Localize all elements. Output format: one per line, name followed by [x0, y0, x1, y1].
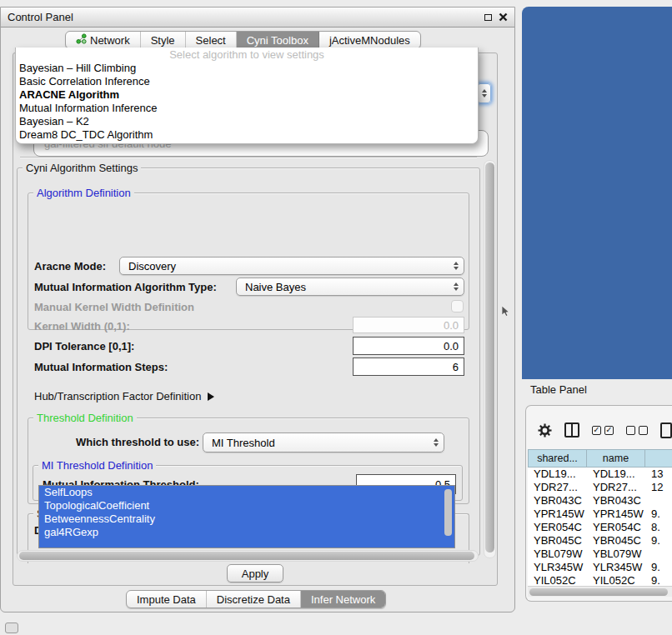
- checkbox-checked-pair-icon[interactable]: ✓✓: [592, 426, 614, 435]
- algorithm-option-dream8-dc-tdc-algorithm[interactable]: Dream8 DC_TDC Algorithm: [16, 128, 478, 142]
- cell: [645, 548, 672, 561]
- screen: Control Panel NetworkStyleSelectCyni Too…: [0, 0, 672, 635]
- table-scrollbar-thumb[interactable]: [529, 588, 668, 596]
- mi-steps-field[interactable]: 6: [353, 358, 464, 376]
- document-icon[interactable]: [660, 422, 672, 438]
- settings-vertical-scrollbar[interactable]: [484, 160, 496, 558]
- tab-select[interactable]: Select: [186, 32, 237, 48]
- spinner-down-icon: [482, 94, 487, 98]
- tab-label: Style: [151, 34, 175, 47]
- algorithm-option-bayesian-hill-climbing[interactable]: Bayesian – Hill Climbing: [16, 62, 478, 75]
- algorithm-option-basic-correlation-inference[interactable]: Basic Correlation Inference: [16, 75, 478, 88]
- which-threshold-combo[interactable]: MI Threshold: [203, 432, 444, 452]
- focused-combo-spinner[interactable]: [477, 83, 491, 103]
- table-row[interactable]: YDR27...YDR27...12: [528, 481, 672, 494]
- table-scroll-area: shared...name YDL19...YDL19...13YDR27...…: [528, 449, 672, 586]
- panel-title: Control Panel: [8, 11, 73, 23]
- list-scrollbar-thumb[interactable]: [444, 489, 452, 536]
- minimized-panel-icon[interactable]: [5, 622, 18, 633]
- table-row[interactable]: YLR345WYLR345W9.: [528, 561, 672, 574]
- control-panel-titlebar: Control Panel: [1, 8, 514, 28]
- mi-steps-label: Mutual Information Steps:: [34, 361, 168, 373]
- tab-style[interactable]: Style: [141, 32, 186, 48]
- threshold-definition-title: Threshold Definition: [33, 412, 137, 424]
- table-body: YDL19...YDL19...13YDR27...YDR27...12YBR0…: [528, 468, 672, 586]
- mouse-cursor: [502, 306, 510, 317]
- column-header-shared[interactable]: shared...: [528, 449, 587, 468]
- cell: YDR27...: [587, 481, 645, 494]
- float-window-icon[interactable]: [484, 14, 492, 21]
- tab-jactivemnodules[interactable]: jActiveMNodules: [319, 32, 420, 48]
- bottom-tab-infer-network[interactable]: Infer Network: [301, 591, 385, 608]
- attribute-item-gal4rgexp[interactable]: gal4RGexp: [39, 526, 454, 539]
- settings-group-title: Cyni Algorithm Settings: [23, 162, 141, 174]
- cell: YBR043C: [587, 494, 645, 508]
- table-row[interactable]: YPR145WYPR145W9.: [528, 508, 672, 521]
- column-header-name[interactable]: name: [587, 449, 645, 468]
- which-threshold-value: MI Threshold: [212, 437, 275, 449]
- collapsed-arrow-icon: [208, 392, 214, 401]
- bottom-tab-impute-data[interactable]: Impute Data: [127, 591, 207, 608]
- columns-icon[interactable]: [564, 422, 579, 438]
- bottom-tab-bar: Impute DataDiscretize DataInfer Network: [126, 590, 386, 608]
- algorithm-options: Bayesian – Hill ClimbingBasic Correlatio…: [16, 62, 478, 142]
- aracne-mode-combo[interactable]: Discovery: [119, 257, 464, 275]
- cell: 12: [645, 481, 672, 494]
- algorithm-option-mutual-information-inference[interactable]: Mutual Information Inference: [16, 102, 478, 115]
- cell: YLR345W: [587, 561, 645, 574]
- gear-icon[interactable]: [538, 423, 552, 438]
- cell: YBR043C: [528, 494, 587, 508]
- tab-label: jActiveMNodules: [329, 34, 410, 47]
- attribute-items: SelfLoopsTopologicalCoefficientBetweenne…: [39, 486, 454, 539]
- table-panel: ✓✓ shared...name YDL19...YDL19...13YDR27…: [525, 405, 672, 602]
- column-header-2[interactable]: [645, 449, 672, 468]
- settings-horizontal-scrollbar[interactable]: [17, 550, 479, 562]
- attribute-item-topologicalcoefficient[interactable]: TopologicalCoefficient: [39, 499, 454, 512]
- cell: 9.: [645, 508, 672, 521]
- bottom-tab-discretize-data[interactable]: Discretize Data: [207, 591, 301, 608]
- mi-type-value: Naive Bayes: [245, 281, 306, 293]
- mi-threshold-definition-title: MI Threshold Definition: [38, 459, 156, 472]
- cell: YBL079W: [587, 548, 645, 561]
- cell: YDR27...: [528, 481, 587, 494]
- algorithm-option-bayesian-k2[interactable]: Bayesian – K2: [16, 115, 478, 128]
- checkbox-unchecked-pair-icon[interactable]: [626, 426, 648, 435]
- vertical-scrollbar-thumb[interactable]: [485, 162, 494, 552]
- kernel-width-field[interactable]: 0.0: [353, 317, 464, 333]
- section-divider: [20, 157, 477, 158]
- hub-definition-label: Hub/Transcription Factor Definition: [34, 390, 201, 402]
- table-row[interactable]: YDL19...YDL19...13: [528, 468, 672, 481]
- apply-button[interactable]: Apply: [227, 564, 283, 582]
- tab-network[interactable]: Network: [66, 32, 141, 48]
- table-row[interactable]: YBL079WYBL079W: [528, 548, 672, 561]
- table-row[interactable]: YIL052CYIL052C9.: [528, 574, 672, 586]
- table-horizontal-scrollbar[interactable]: [528, 586, 672, 597]
- mi-type-label: Mutual Information Algorithm Type:: [34, 281, 217, 293]
- tab-cyni-toolbox[interactable]: Cyni Toolbox: [237, 32, 319, 48]
- mi-type-combo[interactable]: Naive Bayes: [236, 278, 464, 296]
- algorithm-option-aracne-algorithm[interactable]: ARACNE Algorithm: [16, 88, 478, 102]
- table-row[interactable]: YBR043CYBR043C: [528, 494, 672, 508]
- table-panel-title: Table Panel: [530, 383, 587, 396]
- attribute-item-betweennesscentrality[interactable]: BetweennessCentrality: [39, 512, 454, 526]
- combo-arrows-icon: [454, 282, 459, 291]
- table-toolbar: ✓✓: [538, 419, 672, 441]
- horizontal-scrollbar-thumb[interactable]: [19, 552, 474, 560]
- cell: YPR145W: [587, 508, 645, 521]
- dpi-tolerance-label: DPI Tolerance [0,1]:: [34, 340, 134, 352]
- close-icon[interactable]: [499, 12, 508, 22]
- dpi-tolerance-field[interactable]: 0.0: [353, 337, 464, 355]
- dropdown-placeholder: Select algorithm to view settings: [16, 48, 478, 62]
- manual-kernel-checkbox[interactable]: [451, 300, 464, 312]
- table-row[interactable]: YBR045CYBR045C9.: [528, 534, 672, 548]
- cell: YER054C: [587, 521, 645, 534]
- network-view-frame: GALGAL80GAL10GAL1GAL11SWI4GAL4GCY1HAP4YH…: [522, 7, 672, 379]
- table-row[interactable]: YER054CYER054C8.: [528, 521, 672, 534]
- hub-definition-toggle[interactable]: Hub/Transcription Factor Definition: [34, 390, 214, 402]
- tab-label: Network: [90, 34, 130, 47]
- cell: YDL19...: [587, 468, 645, 481]
- cell: [645, 494, 672, 508]
- cell: YIL052C: [587, 574, 645, 586]
- aracne-mode-value: Discovery: [128, 260, 176, 272]
- attribute-item-selfloops[interactable]: SelfLoops: [39, 486, 454, 499]
